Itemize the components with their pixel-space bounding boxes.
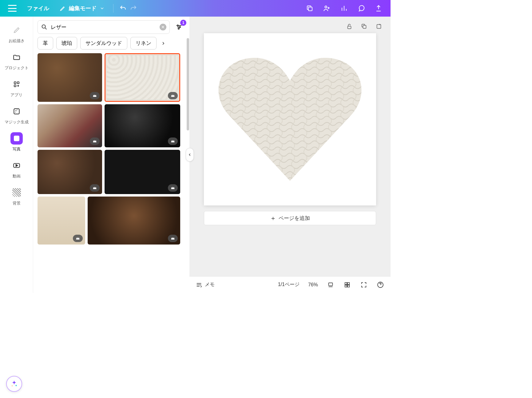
svg-rect-15: [377, 25, 381, 29]
svg-rect-14: [363, 25, 366, 28]
memo-label: メモ: [205, 281, 215, 288]
svg-rect-17: [329, 283, 333, 285]
svg-rect-5: [14, 109, 19, 114]
sidebar-item-video[interactable]: 動画: [0, 156, 33, 182]
add-page-button[interactable]: [375, 22, 383, 31]
file-menu[interactable]: ファイル: [27, 5, 49, 12]
divider: [113, 4, 113, 13]
svg-rect-19: [347, 282, 349, 284]
result-thumb[interactable]: [38, 197, 85, 245]
topbar: ファイル 編集モード: [0, 0, 391, 17]
hatch-icon: [12, 188, 21, 197]
bottombar: メモ 1/1ページ 76%: [189, 276, 391, 293]
export-icon[interactable]: [373, 3, 384, 14]
crown-icon: [168, 184, 178, 192]
svg-point-12: [178, 28, 179, 29]
edit-mode-label: 編集モード: [69, 5, 97, 12]
canvas-page[interactable]: [204, 33, 376, 205]
memo-icon: [196, 281, 202, 288]
hamburger-menu-icon[interactable]: [8, 5, 17, 12]
svg-point-1: [325, 6, 327, 8]
duplicate-button[interactable]: [360, 22, 368, 31]
svg-point-10: [177, 25, 178, 26]
search-input-wrap[interactable]: ✕: [38, 20, 170, 34]
sidebar-item-label: お絵描き: [9, 38, 25, 44]
search-results[interactable]: [33, 53, 189, 293]
chip-amber[interactable]: 琥珀: [56, 37, 77, 50]
add-page-bar[interactable]: ＋ ページを追加: [204, 211, 376, 225]
svg-rect-6: [14, 136, 19, 141]
zoom-level[interactable]: 76%: [308, 282, 318, 288]
result-thumb[interactable]: [105, 104, 180, 147]
redo-button[interactable]: [128, 3, 139, 14]
canvas-area: ＋ ページを追加 メモ 1/1ページ 76%: [189, 17, 391, 293]
crown-icon: [73, 235, 83, 242]
svg-rect-3: [17, 82, 19, 84]
svg-rect-4: [14, 85, 16, 87]
memo-button[interactable]: メモ: [196, 281, 215, 288]
crown-icon: [168, 92, 178, 99]
edit-mode-selector[interactable]: 編集モード: [60, 5, 105, 12]
collapse-panel-button[interactable]: [186, 148, 194, 161]
sidebar-item-projects[interactable]: プロジェクト: [0, 48, 33, 74]
svg-rect-0: [308, 7, 312, 11]
analytics-icon[interactable]: [339, 3, 349, 14]
scrollbar[interactable]: [186, 38, 189, 161]
filter-badge: 1: [180, 20, 186, 26]
help-icon[interactable]: [376, 281, 384, 289]
result-thumb[interactable]: [88, 197, 180, 245]
sidebar-item-label: プロジェクト: [5, 65, 29, 71]
sidebar-item-apps[interactable]: アプリ: [0, 75, 33, 101]
result-thumb[interactable]: [38, 53, 102, 102]
lock-button[interactable]: [345, 22, 354, 31]
crown-icon: [168, 137, 178, 145]
clear-search-button[interactable]: ✕: [160, 24, 166, 30]
chips-scroll-right[interactable]: [160, 40, 167, 47]
chip-leather[interactable]: 革: [38, 37, 53, 50]
filter-button[interactable]: 1: [173, 21, 185, 33]
result-thumb[interactable]: [105, 150, 180, 194]
sidebar-item-magic[interactable]: マジック生成: [0, 102, 33, 128]
filter-chips: 革 琥珀 サンダルウッド リネン: [33, 37, 189, 53]
sidebar: お絵描き プロジェクト アプリ マジック生成 写真 動画 背景: [0, 17, 33, 293]
svg-rect-18: [345, 282, 347, 284]
chevron-left-icon: [188, 153, 192, 157]
crown-icon: [90, 92, 100, 99]
canvas-top-controls: [345, 22, 383, 31]
main: お絵描き プロジェクト アプリ マジック生成 写真 動画 背景: [0, 17, 391, 293]
search-input[interactable]: [51, 24, 157, 30]
copy-icon[interactable]: [304, 3, 315, 14]
svg-point-11: [179, 26, 181, 28]
fullscreen-icon[interactable]: [360, 281, 368, 289]
sidebar-item-label: マジック生成: [5, 119, 29, 125]
add-page-label: ページを追加: [279, 215, 310, 222]
svg-rect-2: [14, 82, 16, 84]
crown-icon: [90, 137, 100, 145]
topbar-right-icons: [304, 3, 387, 14]
result-thumb-selected[interactable]: [105, 53, 180, 102]
sidebar-item-label: アプリ: [10, 92, 22, 98]
sidebar-item-draw[interactable]: お絵描き: [0, 21, 33, 47]
comment-icon[interactable]: [356, 3, 367, 14]
svg-rect-20: [345, 285, 347, 287]
sidebar-item-background[interactable]: 背景: [0, 183, 33, 209]
share-people-icon[interactable]: [322, 3, 332, 14]
sidebar-item-label: 背景: [13, 201, 21, 206]
chip-linen[interactable]: リネン: [130, 37, 157, 50]
page-indicator[interactable]: 1/1ページ: [278, 281, 300, 288]
chevron-down-icon: [100, 6, 105, 11]
view-grid-icon[interactable]: [343, 281, 351, 289]
chevron-right-icon: [161, 41, 166, 46]
search-icon: [41, 24, 48, 30]
search-panel: ✕ 1 革 琥珀 サンダルウッド リネン: [33, 17, 189, 293]
view-single-icon[interactable]: [327, 281, 335, 289]
searchbar: ✕ 1: [38, 20, 185, 34]
result-thumb[interactable]: [38, 104, 102, 147]
svg-rect-21: [347, 285, 349, 287]
chip-sandalwood[interactable]: サンダルウッド: [80, 37, 127, 50]
sidebar-item-label: 写真: [13, 146, 21, 152]
sidebar-item-photos[interactable]: 写真: [0, 129, 33, 155]
result-thumb[interactable]: [38, 150, 102, 194]
undo-button[interactable]: [118, 3, 128, 14]
heart-shape[interactable]: [213, 47, 367, 192]
